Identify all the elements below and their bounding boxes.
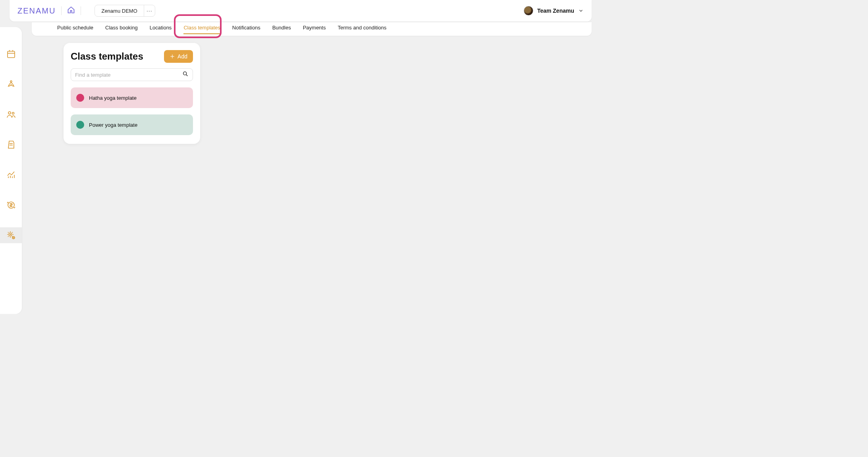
sidebar-item-analytics[interactable]	[0, 167, 22, 183]
people-icon	[6, 110, 16, 119]
tab-class-booking[interactable]: Class booking	[105, 25, 138, 33]
tab-public-schedule[interactable]: Public schedule	[57, 25, 93, 33]
avatar	[524, 6, 533, 15]
workspace-label: Zenamu DEMO	[95, 8, 143, 14]
settings-icon	[6, 230, 16, 240]
svg-point-17	[9, 233, 12, 236]
svg-point-18	[10, 234, 11, 235]
user-name: Team Zenamu	[537, 8, 574, 14]
settings-tabstrip: Public schedule Class booking Locations …	[32, 22, 592, 36]
panel-title: Class templates	[71, 51, 143, 62]
tab-notifications[interactable]: Notifications	[232, 25, 260, 33]
svg-point-23	[183, 72, 187, 75]
svg-point-9	[12, 112, 14, 114]
home-icon[interactable]	[67, 6, 75, 15]
tab-bundles[interactable]: Bundles	[272, 25, 291, 33]
sidebar-item-documents[interactable]	[0, 137, 22, 153]
template-item[interactable]: Hatha yoga template	[71, 87, 193, 108]
document-icon	[6, 140, 16, 149]
calendar-icon	[6, 49, 16, 59]
svg-rect-0	[8, 51, 15, 58]
template-search[interactable]	[71, 68, 193, 81]
sidebar-item-people[interactable]	[0, 107, 22, 122]
user-menu[interactable]: Team Zenamu	[524, 6, 584, 15]
class-templates-panel: Class templates Add Hatha yoga template …	[64, 43, 200, 144]
sidebar	[0, 27, 22, 314]
sidebar-item-payments[interactable]	[0, 197, 22, 213]
tab-payments[interactable]: Payments	[303, 25, 326, 33]
app-logo[interactable]: ZENAMU	[17, 6, 56, 15]
add-button-label: Add	[177, 53, 187, 60]
divider	[61, 6, 62, 15]
more-icon[interactable]: ···	[144, 5, 155, 16]
template-name: Power yoga template	[89, 122, 137, 128]
template-name: Hatha yoga template	[89, 95, 137, 101]
workspace-selector[interactable]: Zenamu DEMO ···	[95, 5, 155, 17]
template-item[interactable]: Power yoga template	[71, 114, 193, 135]
tab-terms[interactable]: Terms and conditions	[338, 25, 386, 33]
search-icon[interactable]	[182, 71, 189, 79]
sidebar-item-classes[interactable]	[0, 76, 22, 92]
template-color-dot	[76, 121, 84, 129]
tab-class-templates[interactable]: Class templates	[183, 25, 220, 34]
svg-point-7	[10, 81, 12, 82]
divider	[81, 6, 81, 15]
chevron-down-icon	[578, 8, 584, 14]
analytics-icon	[6, 170, 16, 180]
template-color-dot	[76, 94, 84, 102]
svg-line-24	[186, 75, 187, 76]
money-icon	[6, 200, 16, 210]
search-input[interactable]	[75, 72, 182, 78]
add-template-button[interactable]: Add	[164, 50, 193, 63]
sidebar-item-calendar[interactable]	[0, 46, 22, 62]
svg-point-20	[13, 237, 14, 238]
meditation-icon	[6, 79, 16, 89]
tab-locations[interactable]: Locations	[150, 25, 172, 33]
topbar: ZENAMU Zenamu DEMO ··· Team Zenamu	[10, 0, 592, 21]
sidebar-item-settings[interactable]	[0, 227, 22, 243]
svg-point-8	[8, 112, 11, 114]
plus-icon	[170, 54, 175, 59]
